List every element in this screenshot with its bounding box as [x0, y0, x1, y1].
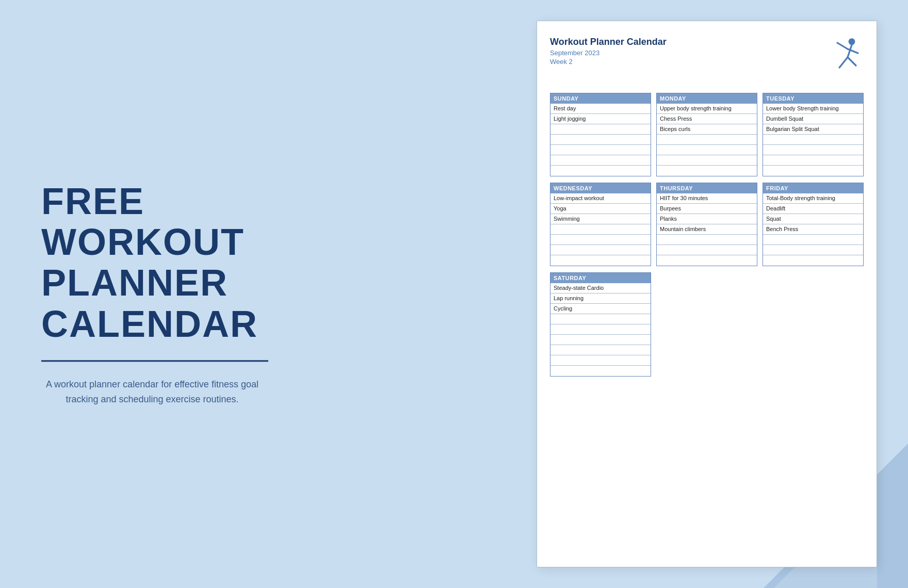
week-row-3: SATURDAY Steady-state Cardio Lap running…: [550, 272, 864, 377]
left-panel: FREE WORKOUT PLANNER CALENDAR A workout …: [41, 181, 310, 406]
friday-header: FRIDAY: [763, 183, 863, 193]
wednesday-entry-3: .: [550, 224, 651, 235]
monday-header: MONDAY: [657, 93, 757, 104]
sunday-header: SUNDAY: [550, 93, 651, 104]
week-row-2: WEDNESDAY Low-impact workout Yoga Swimmi…: [550, 183, 864, 266]
tuesday-box: TUESDAY Lower body Strength training Dum…: [763, 93, 864, 176]
saturday-entry-1: Lap running: [550, 293, 651, 304]
friday-entry-0: Total-Body strength training: [763, 193, 863, 204]
saturday-entry-6: .: [550, 345, 651, 355]
wednesday-entry-0: Low-impact workout: [550, 193, 651, 204]
svg-point-0: [849, 38, 855, 45]
tuesday-entry-4: .: [763, 145, 863, 155]
friday-entry-6: .: [763, 255, 863, 266]
title-line2: PLANNER CALENDAR: [41, 263, 258, 345]
wednesday-entry-6: .: [550, 255, 651, 266]
svg-line-2: [837, 43, 848, 49]
workout-document: Workout Planner Calendar September 2023 …: [537, 21, 877, 567]
thursday-entry-5: .: [657, 245, 757, 255]
tuesday-entry-3: .: [763, 135, 863, 145]
thursday-box: THURSDAY HIIT for 30 minutes Burpees Pla…: [656, 183, 757, 266]
tuesday-entry-2: Bulgarian Split Squat: [763, 124, 863, 135]
monday-entry-3: .: [657, 135, 757, 145]
subtitle-text: A workout planner calendar for effective…: [41, 377, 263, 407]
sunday-entry-5: .: [550, 155, 651, 166]
doc-week: Week 2: [550, 58, 667, 66]
title-divider: [41, 360, 268, 362]
doc-title-block: Workout Planner Calendar September 2023 …: [550, 37, 667, 66]
saturday-entry-2: Cycling: [550, 304, 651, 314]
sunday-entry-3: .: [550, 135, 651, 145]
thursday-entry-2: Planks: [657, 214, 757, 224]
wednesday-header: WEDNESDAY: [550, 183, 651, 193]
sunday-entry-6: .: [550, 166, 651, 176]
wednesday-entry-4: .: [550, 235, 651, 245]
sunday-entry-0: Rest day: [550, 104, 651, 114]
saturday-header: SATURDAY: [550, 273, 651, 283]
friday-entry-1: Deadlift: [763, 204, 863, 214]
monday-box: MONDAY Upper body strength training Ches…: [656, 93, 757, 176]
tuesday-entry-0: Lower body Strength training: [763, 104, 863, 114]
thursday-entry-6: .: [657, 255, 757, 266]
friday-entry-5: .: [763, 245, 863, 255]
svg-line-5: [848, 57, 856, 66]
thursday-entry-3: Mountain climbers: [657, 224, 757, 235]
document-header: Workout Planner Calendar September 2023 …: [550, 37, 864, 80]
monday-entry-1: Chess Press: [657, 114, 757, 124]
monday-entry-2: Biceps curls: [657, 124, 757, 135]
thursday-entry-4: .: [657, 235, 757, 245]
saturday-entry-3: .: [550, 314, 651, 324]
saturday-entry-5: .: [550, 335, 651, 345]
thursday-header: THURSDAY: [657, 183, 757, 193]
sunday-entry-1: Light jogging: [550, 114, 651, 124]
svg-line-4: [839, 57, 848, 68]
monday-entry-5: .: [657, 155, 757, 166]
title-line1: FREE WORKOUT: [41, 181, 245, 263]
main-title: FREE WORKOUT PLANNER CALENDAR: [41, 181, 310, 345]
saturday-entry-8: .: [550, 366, 651, 376]
calendar-grid: SUNDAY Rest day Light jogging . . . . . …: [550, 93, 864, 377]
monday-entry-6: .: [657, 166, 757, 176]
friday-entry-2: Squat: [763, 214, 863, 224]
monday-entry-4: .: [657, 145, 757, 155]
saturday-entry-7: .: [550, 355, 651, 366]
saturday-entry-0: Steady-state Cardio: [550, 283, 651, 293]
friday-box: FRIDAY Total-Body strength training Dead…: [763, 183, 864, 266]
friday-entry-4: .: [763, 235, 863, 245]
friday-entry-3: Bench Press: [763, 224, 863, 235]
fitness-icon: [828, 37, 864, 80]
doc-month: September 2023: [550, 49, 667, 57]
tuesday-header: TUESDAY: [763, 93, 863, 104]
saturday-entry-4: .: [550, 324, 651, 335]
sunday-box: SUNDAY Rest day Light jogging . . . . .: [550, 93, 651, 176]
wednesday-box: WEDNESDAY Low-impact workout Yoga Swimmi…: [550, 183, 651, 266]
saturday-box: SATURDAY Steady-state Cardio Lap running…: [550, 272, 651, 377]
wednesday-entry-2: Swimming: [550, 214, 651, 224]
sunday-entry-4: .: [550, 145, 651, 155]
thursday-entry-0: HIIT for 30 minutes: [657, 193, 757, 204]
wednesday-entry-1: Yoga: [550, 204, 651, 214]
wednesday-entry-5: .: [550, 245, 651, 255]
tuesday-entry-5: .: [763, 155, 863, 166]
thursday-entry-1: Burpees: [657, 204, 757, 214]
doc-title: Workout Planner Calendar: [550, 37, 667, 47]
sunday-entry-2: .: [550, 124, 651, 135]
monday-entry-0: Upper body strength training: [657, 104, 757, 114]
week-row-1: SUNDAY Rest day Light jogging . . . . . …: [550, 93, 864, 176]
tuesday-entry-1: Dumbell Squat: [763, 114, 863, 124]
tuesday-entry-6: .: [763, 166, 863, 176]
